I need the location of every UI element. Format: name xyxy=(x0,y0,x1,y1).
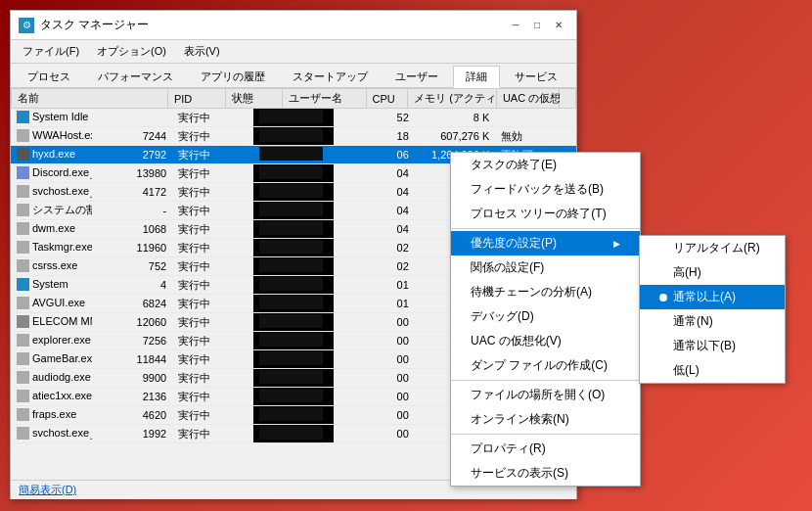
context-menu-item-showServices[interactable]: サービスの表示(S) xyxy=(451,461,640,486)
context-menu-label: ファイルの場所を開く(O) xyxy=(471,387,605,403)
menu-options[interactable]: オプション(O) xyxy=(89,42,174,61)
context-menu-item-properties[interactable]: プロパティ(R) xyxy=(451,437,640,461)
priority-item-belowNormal[interactable]: 通常以下(B) xyxy=(640,334,785,358)
context-menu-label: ダンプ ファイルの作成(C) xyxy=(471,357,608,374)
context-menu-item-onlineSearch[interactable]: オンライン検索(N) xyxy=(451,407,640,432)
priority-item-aboveNormal[interactable]: 通常以上(A) xyxy=(640,285,785,309)
process-icon: ELECOM MMO Mou... xyxy=(17,315,92,328)
cell-cpu: 52 xyxy=(334,109,415,127)
priority-item-low[interactable]: 低(L) xyxy=(640,358,785,383)
col-user[interactable]: ユーザー名 xyxy=(283,89,366,109)
cell-name: GameBar.exe xyxy=(11,350,92,369)
priority-item-high[interactable]: 高(H) xyxy=(640,260,785,285)
close-button[interactable]: ✕ xyxy=(549,17,568,34)
cell-user xyxy=(253,276,335,295)
menu-file[interactable]: ファイル(F) xyxy=(15,42,87,61)
menu-separator xyxy=(451,380,640,381)
priority-label: 低(L) xyxy=(673,362,699,379)
maximize-button[interactable]: □ xyxy=(527,17,547,34)
cell-user xyxy=(253,127,335,146)
cell-cpu: 18 xyxy=(334,127,415,146)
cell-pid: 9900 xyxy=(92,369,173,388)
context-menu-item-endTask[interactable]: タスクの終了(E) xyxy=(451,153,640,177)
user-hidden xyxy=(259,184,323,198)
col-status[interactable]: 状態 xyxy=(225,89,283,109)
simple-view-link[interactable]: 簡易表示(D) xyxy=(19,483,76,497)
menu-bar: ファイル(F) オプション(O) 表示(V) xyxy=(11,40,576,64)
cell-user xyxy=(253,109,335,127)
cell-name: audiodg.exe xyxy=(11,369,92,388)
menu-view[interactable]: 表示(V) xyxy=(176,42,228,61)
file-icon xyxy=(17,222,29,235)
tab-app-history[interactable]: アプリの履歴 xyxy=(188,66,278,87)
cell-status: 実行中 xyxy=(172,425,253,443)
priority-label: 通常以下(B) xyxy=(673,338,736,354)
cell-user xyxy=(253,220,335,239)
cell-cpu: 01 xyxy=(334,276,415,295)
cell-status: 実行中 xyxy=(172,388,253,406)
cell-cpu: 00 xyxy=(334,313,415,332)
context-menu-item-feedback[interactable]: フィードバックを送る(B) xyxy=(451,177,640,202)
cell-memory: 607,276 K xyxy=(415,127,496,146)
app-icon: ⚙ xyxy=(19,18,34,33)
context-menu-item-dumpFile[interactable]: ダンプ ファイルの作成(C) xyxy=(451,353,640,378)
title-bar: ⚙ タスク マネージャー ─ □ ✕ xyxy=(11,11,576,40)
tab-performance[interactable]: パフォーマンス xyxy=(85,66,186,87)
tab-services[interactable]: サービス xyxy=(502,66,570,87)
cell-cpu: 04 xyxy=(334,220,415,239)
process-icon: Taskmgr.exe xyxy=(17,241,92,254)
cell-pid: 7256 xyxy=(92,332,173,350)
col-pid[interactable]: PID xyxy=(167,89,225,109)
cell-user xyxy=(253,295,335,313)
cell-cpu: 02 xyxy=(334,239,415,257)
file-icon xyxy=(17,185,29,198)
context-menu-item-waitChain[interactable]: 待機チェーンの分析(A) xyxy=(451,280,640,304)
cell-pid: 1992 xyxy=(92,425,173,443)
context-menu-item-endProcessTree[interactable]: プロセス ツリーの終了(T) xyxy=(451,202,640,226)
cell-pid: 4620 xyxy=(92,406,173,425)
cell-name: WWAHost.exe xyxy=(11,127,92,146)
context-menu-item-priority[interactable]: 優先度の設定(P)▶ xyxy=(451,231,640,256)
col-memory[interactable]: メモリ (アクティ... xyxy=(408,89,497,109)
cell-name: atiec1xx.exe xyxy=(11,388,92,406)
user-hidden xyxy=(259,277,323,291)
cell-cpu: 00 xyxy=(334,388,415,406)
col-cpu[interactable]: CPU xyxy=(366,89,408,109)
tab-process[interactable]: プロセス xyxy=(15,66,83,87)
user-hidden xyxy=(259,389,323,402)
cell-status: 実行中 xyxy=(172,369,253,388)
priority-item-normal[interactable]: 通常(N) xyxy=(640,309,785,334)
col-uac[interactable]: UAC の仮想... xyxy=(496,89,559,109)
cell-status: 実行中 xyxy=(172,257,253,276)
user-hidden xyxy=(259,240,323,254)
tab-users[interactable]: ユーザー xyxy=(383,66,451,87)
priority-item-realtime[interactable]: リアルタイム(R) xyxy=(640,236,785,260)
radio-indicator xyxy=(659,294,667,302)
cell-cpu: 04 xyxy=(334,183,415,202)
context-menu-item-uac[interactable]: UAC の仮想化(V) xyxy=(451,329,640,353)
tab-details[interactable]: 詳細 xyxy=(453,66,500,88)
priority-label: 高(H) xyxy=(673,264,701,281)
context-menu-label: デバッグ(D) xyxy=(471,308,534,325)
process-icon: svchost.exe xyxy=(17,427,89,440)
table-row[interactable]: WWAHost.exe7244実行中18607,276 K無効 xyxy=(11,127,576,146)
minimize-button[interactable]: ─ xyxy=(506,17,525,34)
context-menu-label: UAC の仮想化(V) xyxy=(471,333,562,349)
process-icon: システムの割り込み xyxy=(17,203,92,217)
table-row[interactable]: System Idle Process実行中528 K xyxy=(11,109,576,127)
tab-startup[interactable]: スタートアップ xyxy=(280,66,381,87)
user-hidden xyxy=(259,314,323,328)
context-menu-item-debug[interactable]: デバッグ(D) xyxy=(451,304,640,329)
cell-name: svchost.exe xyxy=(11,183,92,202)
context-menu-label: オンライン検索(N) xyxy=(471,411,569,428)
cell-status: 実行中 xyxy=(172,146,253,164)
user-hidden xyxy=(259,370,323,384)
user-hidden xyxy=(259,128,323,142)
file-icon xyxy=(17,315,29,328)
context-menu-item-affinity[interactable]: 関係の設定(F) xyxy=(451,256,640,280)
cell-pid: 2136 xyxy=(92,388,173,406)
user-hidden xyxy=(259,407,323,421)
col-name[interactable]: 名前 xyxy=(12,89,168,109)
tab-bar: プロセス パフォーマンス アプリの履歴 スタートアップ ユーザー 詳細 サービス xyxy=(11,64,576,88)
context-menu-item-openFileLocation[interactable]: ファイルの場所を開く(O) xyxy=(451,383,640,407)
